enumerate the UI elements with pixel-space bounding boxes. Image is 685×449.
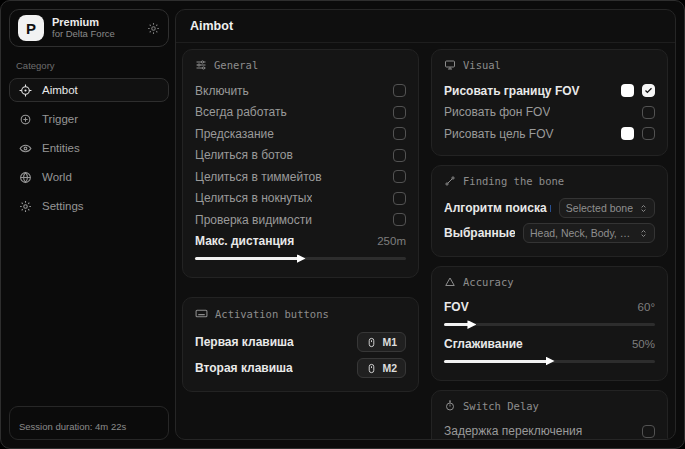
content: General Включить Всегда работать Предска… [176,43,675,439]
aim-teammates-checkbox[interactable] [393,170,406,183]
fov-background-controls [642,106,655,119]
max-distance-label: Макс. дистанция [195,234,294,248]
sidebar-item-entities[interactable]: Entities [9,136,169,160]
fov-slider-row: FOV 60° [444,297,655,319]
max-distance-row: Макс. дистанция 250m [195,231,406,253]
dropdown-value: Head, Neck, Body, Pe... [530,227,633,239]
fov-target-row: Рисовать цель FOV [444,123,655,145]
fov-border-label: Рисовать границу FOV [444,84,580,98]
card-title: Finding the bone [463,175,564,187]
setting-label: Проверка видимости [195,213,312,227]
second-key-label: Вторая клавиша [195,361,293,375]
sidebar: P Premium for Delta Force Category [9,9,175,440]
key-value: M2 [382,362,397,374]
brand-logo: P [18,15,44,41]
bone-algorithm-dropdown[interactable]: Selected bone [559,198,655,218]
switch-delay-checkbox[interactable] [642,425,655,438]
setting-row-always-work: Всегда работать [195,102,406,124]
entities-icon [19,142,32,155]
general-card-header: General [195,59,406,71]
selected-bones-row: Выбранные кос Head, Neck, Body, Pe... [444,221,655,246]
fov-slider[interactable] [444,323,655,326]
brand-card: P Premium for Delta Force [9,9,169,47]
category-label: Category [16,60,169,71]
brand-title: Premium [52,16,115,29]
setting-label: Включить [195,84,249,98]
card-title: General [214,59,258,71]
fov-border-checkbox[interactable] [642,84,655,97]
second-key-button[interactable]: M2 [357,358,406,378]
fov-border-row: Рисовать границу FOV [444,80,655,102]
setting-row-enable: Включить [195,80,406,102]
visual-card: Visual Рисовать границу FOV [431,49,668,156]
switch-delay-toggle-row: Задержка переключения [444,421,655,440]
visibility-check-checkbox[interactable] [393,213,406,226]
bone-card-header: Finding the bone [444,175,655,187]
sliders-icon [195,59,207,71]
globe-icon [19,171,32,184]
page-title: Aimbot [176,10,675,43]
enable-checkbox[interactable] [393,84,406,97]
setting-row-prediction: Предсказание [195,123,406,145]
sidebar-item-label: Aimbot [42,84,78,96]
sidebar-item-aimbot[interactable]: Aimbot [9,78,169,102]
chevron-updown-icon [639,229,648,238]
main-panel: Aimbot General Включи [175,9,676,440]
mouse-icon [366,337,377,348]
slider-thumb[interactable] [297,254,306,263]
crosshair-icon [19,84,32,97]
bone-algorithm-label: Алгоритм поиска кост [444,201,551,215]
aim-bots-checkbox[interactable] [393,149,406,162]
gear-icon [19,200,32,213]
slider-fill [195,257,301,260]
first-key-button[interactable]: M1 [357,332,406,352]
setting-row-visibility-check: Проверка видимости [195,209,406,231]
sidebar-item-label: Entities [42,142,80,154]
always-work-checkbox[interactable] [393,106,406,119]
aim-knocked-checkbox[interactable] [393,192,406,205]
gear-icon[interactable] [147,22,160,35]
setting-label: Предсказание [195,127,274,141]
smoothing-label: Сглаживание [444,337,523,351]
monitor-icon [444,59,456,71]
smoothing-slider[interactable] [444,360,655,363]
first-key-label: Первая клавиша [195,335,294,349]
selected-bones-label: Выбранные кос [444,226,515,240]
slider-thumb[interactable] [546,357,555,366]
general-card: General Включить Всегда работать Предска… [182,49,419,278]
color-swatch[interactable] [621,127,634,140]
triangle-icon [444,276,456,288]
slider-fill [444,323,471,326]
sidebar-item-world[interactable]: World [9,165,169,189]
fov-border-controls [621,84,655,97]
smoothing-value: 50% [632,338,655,350]
card-title: Accuracy [463,276,514,288]
max-distance-value: 250m [377,235,406,247]
fov-target-controls [621,127,655,140]
sidebar-item-settings[interactable]: Settings [9,194,169,218]
sidebar-item-label: World [42,171,72,183]
prediction-checkbox[interactable] [393,127,406,140]
fov-value: 60° [638,301,655,313]
app-window: P Premium for Delta Force Category [0,0,685,449]
switch-delay-card: Switch Delay Задержка переключения Задер… [431,390,668,440]
bone-algorithm-row: Алгоритм поиска кост Selected bone [444,196,655,221]
chevron-updown-icon [639,204,648,213]
fov-target-checkbox[interactable] [642,127,655,140]
sidebar-nav: Aimbot Trigger Entities [9,78,169,218]
setting-label: Целиться в тиммейтов [195,170,322,184]
max-distance-slider[interactable] [195,257,406,260]
fov-target-label: Рисовать цель FOV [444,127,554,141]
trigger-icon [19,113,32,126]
fov-background-checkbox[interactable] [642,106,655,119]
slider-thumb[interactable] [467,320,476,329]
bone-icon [444,175,456,187]
color-swatch[interactable] [621,84,634,97]
sidebar-item-trigger[interactable]: Trigger [9,107,169,131]
card-title: Switch Delay [463,400,539,412]
accuracy-card-header: Accuracy [444,276,655,288]
brand-text: Premium for Delta Force [52,16,115,40]
setting-row-aim-teammates: Целиться в тиммейтов [195,166,406,188]
selected-bones-dropdown[interactable]: Head, Neck, Body, Pe... [523,223,655,243]
bone-card: Finding the bone Алгоритм поиска кост Se… [431,165,668,257]
